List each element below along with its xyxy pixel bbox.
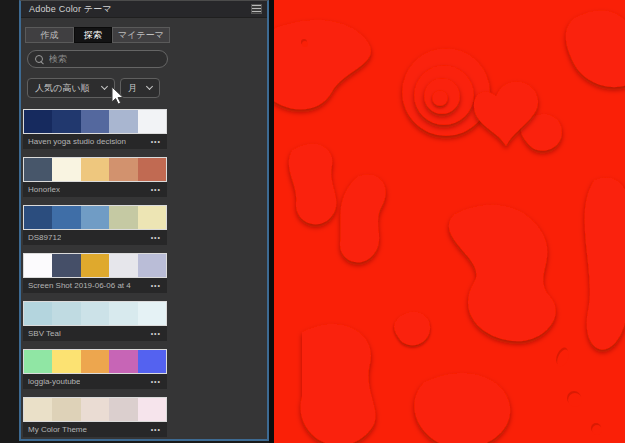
theme-options-button[interactable]: ••• [151, 186, 161, 193]
color-swatch[interactable] [24, 350, 52, 373]
theme-options-button[interactable]: ••• [151, 234, 161, 241]
color-swatch[interactable] [138, 398, 166, 421]
theme-item[interactable]: Haven yoga studio decision ••• [23, 109, 167, 149]
color-swatch[interactable] [138, 110, 166, 133]
color-swatch[interactable] [81, 398, 109, 421]
sort-dropdown[interactable]: 人気の高い順 [27, 78, 115, 98]
theme-name-bar: My Color Theme ••• [23, 422, 167, 437]
color-swatch[interactable] [52, 158, 80, 181]
color-swatch[interactable] [24, 110, 52, 133]
chevron-down-icon [101, 83, 108, 90]
theme-name: Honorlex [28, 185, 60, 194]
color-swatch[interactable] [52, 206, 80, 229]
color-swatch[interactable] [24, 206, 52, 229]
period-dropdown[interactable]: 月 [120, 78, 160, 98]
theme-options-button[interactable]: ••• [151, 138, 161, 145]
color-swatch[interactable] [109, 398, 137, 421]
theme-name: Haven yoga studio decision [28, 137, 126, 146]
theme-name-bar: Screen Shot 2019-06-06 at 4 ••• [23, 278, 167, 293]
color-swatch[interactable] [109, 302, 137, 325]
color-swatch[interactable] [109, 254, 137, 277]
theme-item[interactable]: Screen Shot 2019-06-06 at 4 ••• [23, 253, 167, 293]
theme-name: loggia-youtube [28, 377, 80, 386]
color-swatch[interactable] [52, 254, 80, 277]
color-swatch[interactable] [138, 302, 166, 325]
red-papercut-artwork [274, 0, 625, 443]
chevron-down-icon [146, 83, 153, 90]
theme-options-button[interactable]: ••• [151, 330, 161, 337]
panel-titlebar: Adobe Color テーマ [21, 1, 267, 18]
theme-item[interactable]: DS89712 ••• [23, 205, 167, 245]
theme-name-bar: loggia-youtube ••• [23, 374, 167, 389]
theme-options-button[interactable]: ••• [151, 378, 161, 385]
theme-item[interactable]: SBV Teal ••• [23, 301, 167, 341]
theme-swatches[interactable] [23, 157, 167, 182]
color-swatch[interactable] [138, 158, 166, 181]
theme-swatches[interactable] [23, 253, 167, 278]
tab-bar: 作成 探索 マイテーマ [25, 27, 170, 43]
theme-swatches[interactable] [23, 349, 167, 374]
theme-list: Haven yoga studio decision ••• Honorlex … [23, 109, 169, 443]
theme-name: My Color Theme [28, 425, 87, 434]
theme-name-bar: Haven yoga studio decision ••• [23, 134, 167, 149]
search-input[interactable] [49, 54, 160, 64]
theme-swatches[interactable] [23, 205, 167, 230]
theme-name-bar: SBV Teal ••• [23, 326, 167, 341]
sort-dropdown-value: 人気の高い順 [35, 82, 89, 95]
theme-swatches[interactable] [23, 301, 167, 326]
color-swatch[interactable] [81, 158, 109, 181]
color-swatch[interactable] [24, 398, 52, 421]
theme-name-bar: DS89712 ••• [23, 230, 167, 245]
color-swatch[interactable] [109, 110, 137, 133]
theme-name: SBV Teal [28, 329, 61, 338]
color-swatch[interactable] [81, 302, 109, 325]
papercut-canvas [274, 0, 625, 443]
color-swatch[interactable] [24, 254, 52, 277]
theme-item[interactable]: Honorlex ••• [23, 157, 167, 197]
tab-create[interactable]: 作成 [25, 27, 74, 43]
color-swatch[interactable] [109, 206, 137, 229]
search-box[interactable] [27, 50, 168, 68]
color-swatch[interactable] [138, 350, 166, 373]
period-dropdown-value: 月 [128, 82, 137, 95]
color-swatch[interactable] [52, 398, 80, 421]
color-swatch[interactable] [81, 350, 109, 373]
tab-explore[interactable]: 探索 [74, 27, 112, 43]
panel-title: Adobe Color テーマ [29, 3, 112, 16]
color-swatch[interactable] [109, 158, 137, 181]
mouse-arrow-cursor [111, 86, 125, 106]
color-swatch[interactable] [52, 110, 80, 133]
color-swatch[interactable] [81, 254, 109, 277]
color-swatch[interactable] [52, 302, 80, 325]
theme-swatches[interactable] [23, 109, 167, 134]
color-swatch[interactable] [52, 350, 80, 373]
theme-options-button[interactable]: ••• [151, 282, 161, 289]
color-swatch[interactable] [138, 206, 166, 229]
theme-name: Screen Shot 2019-06-06 at 4 [28, 281, 131, 290]
color-swatch[interactable] [24, 302, 52, 325]
color-swatch[interactable] [81, 206, 109, 229]
adobe-color-themes-panel: Adobe Color テーマ 作成 探索 マイテーマ 人気の高い順 月 Hav… [19, 0, 269, 441]
color-swatch[interactable] [81, 110, 109, 133]
theme-item[interactable]: loggia-youtube ••• [23, 349, 167, 389]
theme-name: DS89712 [28, 233, 61, 242]
theme-name-bar: Honorlex ••• [23, 182, 167, 197]
color-swatch[interactable] [24, 158, 52, 181]
panel-menu-icon[interactable] [251, 4, 262, 14]
tab-my-themes[interactable]: マイテーマ [112, 27, 170, 43]
search-icon [35, 55, 44, 64]
theme-options-button[interactable]: ••• [151, 426, 161, 433]
theme-item[interactable]: My Color Theme ••• [23, 397, 167, 437]
color-swatch[interactable] [109, 350, 137, 373]
theme-swatches[interactable] [23, 397, 167, 422]
color-swatch[interactable] [138, 254, 166, 277]
